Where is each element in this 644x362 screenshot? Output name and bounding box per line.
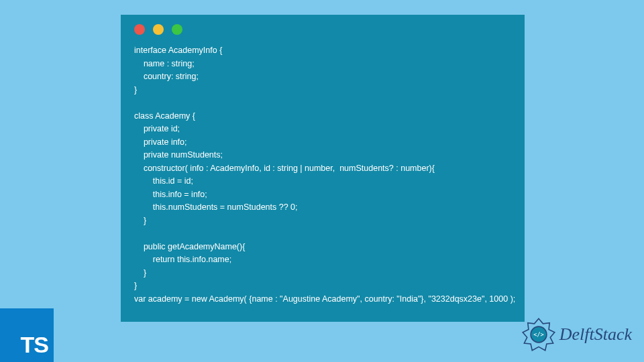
maximize-icon[interactable]	[172, 24, 182, 35]
close-icon[interactable]	[134, 24, 145, 35]
brand-name: DelftStack	[559, 324, 632, 345]
minimize-icon[interactable]	[153, 24, 164, 35]
brand: </> DelftStack	[521, 316, 632, 353]
code-snippet: interface AcademyInfo { name : string; c…	[134, 44, 511, 306]
svg-text:</>: </>	[533, 331, 544, 338]
brand-logo-icon: </>	[521, 316, 557, 353]
code-window: interface AcademyInfo { name : string; c…	[121, 15, 525, 322]
typescript-badge: TS	[0, 308, 54, 362]
window-controls	[134, 24, 511, 35]
typescript-label: TS	[21, 332, 48, 358]
